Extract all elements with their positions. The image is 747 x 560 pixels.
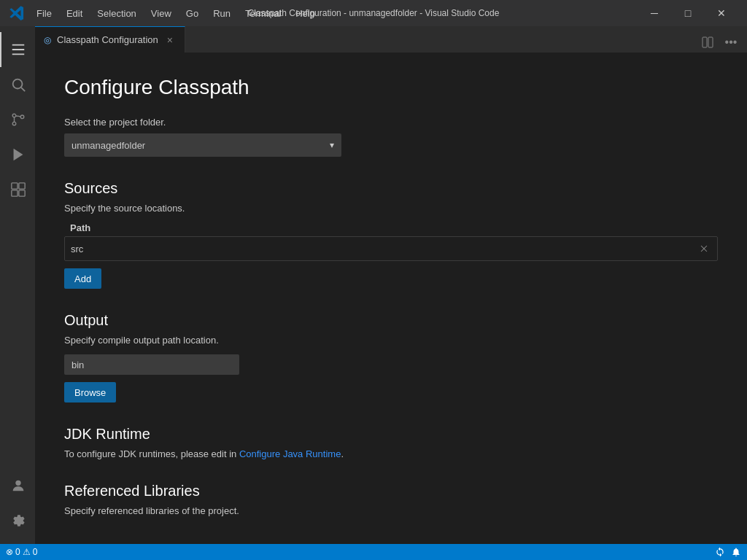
menu-view[interactable]: View bbox=[144, 5, 179, 22]
output-path-input[interactable] bbox=[64, 354, 239, 375]
project-section: Select the project folder. unmanagedfold… bbox=[64, 117, 718, 157]
referenced-libraries-section: Referenced Libraries Specify referenced … bbox=[64, 483, 718, 516]
svg-rect-11 bbox=[703, 37, 707, 47]
output-section: Output Specify compile output path locat… bbox=[64, 312, 718, 402]
content-area: Configure Classpath Select the project f… bbox=[35, 52, 747, 544]
path-column-header: Path bbox=[64, 222, 718, 233]
jdk-description: To configure JDK runtimes, please edit i… bbox=[64, 448, 718, 459]
activity-settings[interactable] bbox=[0, 503, 35, 538]
vscode-logo bbox=[9, 5, 25, 21]
project-select-wrapper: unmanagedfolder ▾ bbox=[64, 133, 341, 157]
svg-rect-7 bbox=[19, 183, 25, 189]
sources-description: Specify the source locations. bbox=[64, 203, 718, 214]
svg-point-4 bbox=[20, 115, 24, 119]
close-button[interactable]: ✕ bbox=[705, 0, 738, 26]
jdk-section: JDK Runtime To configure JDK runtimes, p… bbox=[64, 426, 718, 459]
tab-label: Classpath Configuration bbox=[57, 34, 158, 45]
activity-run-debug[interactable] bbox=[0, 137, 35, 172]
source-path-row: src bbox=[64, 236, 718, 261]
status-bar: ⊗ 0 ⚠ 0 bbox=[0, 544, 747, 560]
tab-bar: ◎ Classpath Configuration × ••• bbox=[35, 26, 747, 52]
jdk-description-suffix: . bbox=[341, 448, 344, 459]
status-left: ⊗ 0 ⚠ 0 bbox=[6, 547, 37, 557]
sources-section: Sources Specify the source locations. Pa… bbox=[64, 180, 718, 289]
output-title: Output bbox=[64, 312, 718, 329]
activity-accounts[interactable] bbox=[0, 468, 35, 503]
menu-file[interactable]: File bbox=[29, 5, 59, 22]
svg-marker-5 bbox=[14, 149, 23, 161]
title-bar: File Edit Selection View Go Run Terminal… bbox=[0, 0, 747, 26]
project-folder-select[interactable]: unmanagedfolder bbox=[64, 133, 341, 157]
errors-status[interactable]: ⊗ 0 ⚠ 0 bbox=[6, 547, 37, 557]
svg-rect-12 bbox=[708, 37, 713, 47]
window-title: Classpath Configuration - unmanagedfolde… bbox=[248, 8, 500, 18]
tab-close-button[interactable]: × bbox=[164, 34, 176, 46]
window-controls: ─ □ ✕ bbox=[638, 0, 738, 26]
svg-line-1 bbox=[21, 88, 25, 91]
activity-explorer[interactable] bbox=[0, 32, 35, 67]
classpath-config-tab[interactable]: ◎ Classpath Configuration × bbox=[35, 26, 185, 52]
configure-java-runtime-link[interactable]: Configure Java Runtime bbox=[239, 448, 341, 459]
svg-point-0 bbox=[13, 79, 23, 89]
sync-status[interactable] bbox=[715, 547, 725, 557]
output-description: Specify compile output path location. bbox=[64, 335, 718, 346]
minimize-button[interactable]: ─ bbox=[638, 0, 671, 26]
tab-icon: ◎ bbox=[44, 35, 51, 45]
svg-point-10 bbox=[15, 481, 20, 486]
svg-point-3 bbox=[12, 122, 16, 125]
menu-selection[interactable]: Selection bbox=[90, 5, 143, 22]
reflibs-title: Referenced Libraries bbox=[64, 483, 718, 499]
activity-extensions[interactable] bbox=[0, 172, 35, 207]
jdk-description-prefix: To configure JDK runtimes, please edit i… bbox=[64, 448, 239, 459]
svg-rect-8 bbox=[12, 190, 18, 196]
warning-count: 0 bbox=[33, 547, 38, 557]
main-area: ◎ Classpath Configuration × ••• Configur… bbox=[35, 26, 747, 544]
split-editor-button[interactable] bbox=[697, 32, 718, 52]
jdk-title: JDK Runtime bbox=[64, 426, 718, 443]
menu-run[interactable]: Run bbox=[206, 5, 238, 22]
svg-rect-9 bbox=[19, 190, 25, 196]
browse-button[interactable]: Browse bbox=[64, 382, 116, 402]
bell-status[interactable] bbox=[731, 547, 741, 557]
sources-title: Sources bbox=[64, 180, 718, 197]
source-path-value: src bbox=[71, 244, 697, 254]
reflibs-description: Specify referenced libraries of the proj… bbox=[64, 505, 718, 516]
error-icon: ⊗ bbox=[6, 547, 13, 557]
menu-edit[interactable]: Edit bbox=[59, 5, 90, 22]
project-label: Select the project folder. bbox=[64, 117, 718, 128]
activity-bar bbox=[0, 26, 35, 544]
source-path-remove-button[interactable] bbox=[697, 241, 711, 256]
status-right bbox=[715, 547, 741, 557]
more-actions-button[interactable]: ••• bbox=[721, 32, 741, 52]
add-source-button[interactable]: Add bbox=[64, 268, 101, 289]
svg-rect-6 bbox=[12, 183, 18, 189]
error-count: 0 bbox=[15, 547, 20, 557]
warning-icon: ⚠ bbox=[23, 547, 31, 557]
app-body: ◎ Classpath Configuration × ••• Configur… bbox=[0, 26, 747, 544]
activity-source-control[interactable] bbox=[0, 102, 35, 137]
menu-go[interactable]: Go bbox=[179, 5, 206, 22]
maximize-button[interactable]: □ bbox=[671, 0, 705, 26]
page-title: Configure Classpath bbox=[64, 76, 718, 99]
activity-search[interactable] bbox=[0, 67, 35, 102]
svg-point-2 bbox=[12, 114, 16, 117]
tab-actions: ••• bbox=[697, 32, 747, 52]
